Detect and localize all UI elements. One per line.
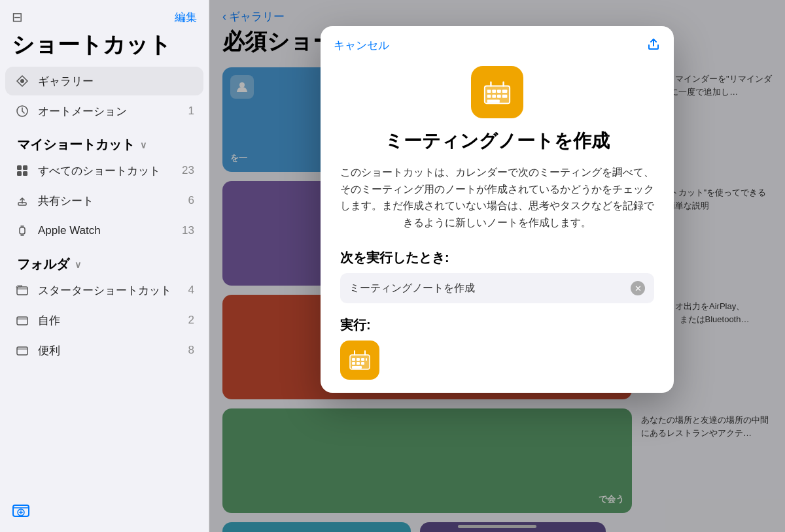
shared-label: 共有シート xyxy=(38,193,181,208)
sidebar-item-custom[interactable]: 自作 2 xyxy=(5,306,203,335)
modal-header: キャンセル xyxy=(321,26,674,59)
svg-rect-27 xyxy=(502,95,508,98)
apple-watch-icon xyxy=(14,223,30,239)
svg-rect-21 xyxy=(492,90,496,93)
svg-rect-36 xyxy=(366,358,367,361)
modal-overlay: キャンセル xyxy=(209,0,785,532)
svg-rect-38 xyxy=(357,362,360,365)
sidebar: ⊟ 編集 ショートカット ギャラリー オートメーション 1 xyxy=(0,0,209,532)
useful-label: 便利 xyxy=(38,343,181,358)
useful-count: 8 xyxy=(188,344,194,357)
svg-rect-11 xyxy=(17,317,27,325)
svg-rect-22 xyxy=(497,90,501,93)
automation-count: 1 xyxy=(188,105,194,118)
custom-label: 自作 xyxy=(38,313,181,328)
starter-count: 4 xyxy=(188,284,194,297)
main-content: ‹ ギャラリー 必須ショートカット を一 ットと xyxy=(209,0,785,532)
svg-rect-34 xyxy=(357,358,360,361)
sidebar-item-starter[interactable]: スターターショートカット 4 xyxy=(5,276,203,305)
all-shortcuts-icon xyxy=(14,163,30,178)
svg-rect-40 xyxy=(352,366,362,369)
apple-watch-count: 13 xyxy=(182,224,194,237)
sidebar-item-useful[interactable]: 便利 8 xyxy=(5,336,203,365)
shared-count: 6 xyxy=(188,194,194,207)
automation-icon xyxy=(14,103,30,119)
modal-exec-icon xyxy=(340,341,379,380)
sidebar-item-automation[interactable]: オートメーション 1 xyxy=(5,97,203,125)
sidebar-item-shared[interactable]: 共有シート 6 xyxy=(5,186,203,215)
sidebar-bottom xyxy=(0,491,209,532)
sidebar-item-apple-watch[interactable]: Apple Watch 13 xyxy=(5,216,203,245)
modal-input-row[interactable]: ミーティングノートを作成 ✕ xyxy=(340,273,654,303)
svg-rect-10 xyxy=(17,287,27,295)
my-shortcuts-section: マイショートカット ∨ xyxy=(5,127,203,156)
sidebar-item-gallery[interactable]: ギャラリー xyxy=(5,67,203,95)
modal-input-text: ミーティングノートを作成 xyxy=(349,282,625,295)
svg-rect-23 xyxy=(502,90,508,93)
starter-label: スターターショートカット xyxy=(38,283,181,298)
svg-rect-3 xyxy=(23,165,27,170)
svg-rect-2 xyxy=(17,165,22,170)
sidebar-nav: ギャラリー オートメーション 1 マイショートカット ∨ xyxy=(0,67,209,366)
custom-folder-icon xyxy=(14,312,30,328)
folders-section: フォルダ ∨ xyxy=(5,246,203,276)
folders-chevron-icon: ∨ xyxy=(75,259,81,270)
svg-rect-35 xyxy=(361,358,364,361)
all-shortcuts-label: すべてのショートカット xyxy=(38,163,174,178)
apple-watch-label: Apple Watch xyxy=(38,224,174,237)
sidebar-layout-icon: ⊟ xyxy=(12,9,23,25)
share-button[interactable] xyxy=(646,37,661,54)
gallery-icon xyxy=(14,73,30,89)
clear-input-button[interactable]: ✕ xyxy=(631,281,645,295)
modal: キャンセル xyxy=(321,26,674,393)
custom-count: 2 xyxy=(188,314,194,327)
modal-body: ミーティングノートを作成 このショートカットは、カレンダーで次のミーティングを調… xyxy=(321,59,674,393)
gallery-label: ギャラリー xyxy=(38,74,194,89)
svg-rect-26 xyxy=(497,95,501,98)
svg-rect-25 xyxy=(492,95,496,98)
svg-rect-7 xyxy=(20,227,25,234)
all-shortcuts-count: 23 xyxy=(182,164,194,177)
folders-title: フォルダ xyxy=(17,256,69,273)
svg-rect-24 xyxy=(487,95,491,98)
shared-icon xyxy=(14,193,30,208)
modal-exec-label: 実行: xyxy=(340,316,654,334)
svg-rect-33 xyxy=(352,358,355,361)
modal-app-icon xyxy=(471,66,523,118)
svg-rect-37 xyxy=(352,362,355,365)
starter-folder-icon xyxy=(14,282,30,298)
modal-title: ミーティングノートを作成 xyxy=(340,129,654,154)
svg-rect-30 xyxy=(487,100,500,103)
svg-rect-20 xyxy=(487,90,491,93)
svg-rect-6 xyxy=(18,203,26,205)
modal-next-when-label: 次を実行したとき: xyxy=(340,249,654,267)
cancel-button[interactable]: キャンセル xyxy=(334,38,389,53)
modal-description: このショートカットは、カレンダーで次のミーティングを調べて、そのミーティング用の… xyxy=(340,164,654,231)
svg-rect-4 xyxy=(17,171,22,176)
svg-rect-5 xyxy=(23,171,27,176)
my-shortcuts-chevron-icon: ∨ xyxy=(140,140,147,150)
edit-button[interactable]: 編集 xyxy=(175,10,197,25)
sidebar-title: ショートカット xyxy=(0,30,209,67)
svg-rect-12 xyxy=(17,347,27,355)
svg-rect-39 xyxy=(361,362,364,365)
sidebar-item-all-shortcuts[interactable]: すべてのショートカット 23 xyxy=(5,156,203,185)
automation-label: オートメーション xyxy=(38,104,181,119)
my-shortcuts-title: マイショートカット xyxy=(17,136,135,154)
useful-folder-icon xyxy=(14,342,30,358)
add-folder-icon[interactable] xyxy=(12,505,30,522)
svg-point-0 xyxy=(20,79,24,83)
sidebar-top-bar: ⊟ 編集 xyxy=(0,0,209,30)
